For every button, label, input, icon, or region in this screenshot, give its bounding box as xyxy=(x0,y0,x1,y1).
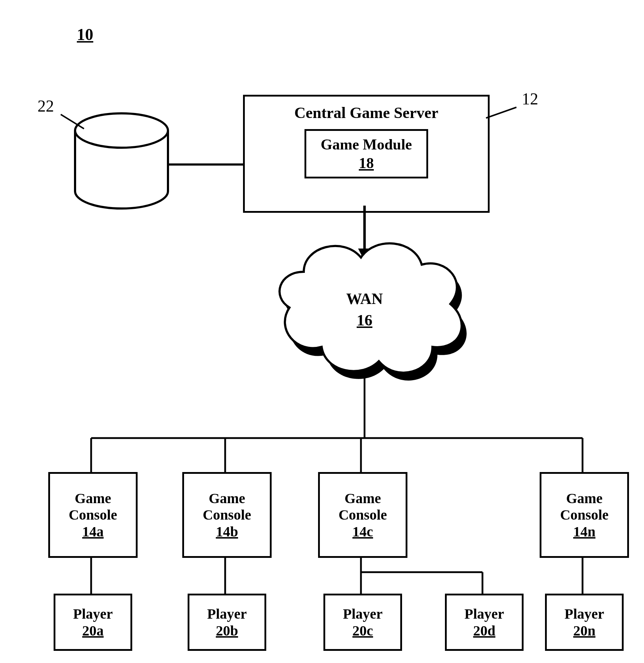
player-n-name: Player xyxy=(564,605,604,622)
player-a-name: Player xyxy=(73,605,113,622)
console-c-ref: 14c xyxy=(352,523,373,540)
console-a-ref: 14a xyxy=(82,523,104,540)
player-a-ref: 20a xyxy=(82,622,104,639)
server-title: Central Game Server xyxy=(294,104,438,122)
module-ref: 18 xyxy=(321,154,412,172)
console-b-ref: 14b xyxy=(216,523,238,540)
console-c: Game Console 14c xyxy=(318,472,407,558)
ref-db: 22 xyxy=(38,97,54,116)
game-module-box: Game Module 18 xyxy=(304,129,428,178)
player-d: Player 20d xyxy=(445,594,524,651)
figure-id: 10 xyxy=(77,25,93,44)
console-a-name: Game Console xyxy=(69,490,117,523)
svg-point-3 xyxy=(75,113,168,148)
player-b-ref: 20b xyxy=(216,622,238,639)
player-a: Player 20a xyxy=(54,594,132,651)
svg-marker-8 xyxy=(358,249,371,261)
svg-rect-0 xyxy=(75,131,168,191)
console-b-name: Game Console xyxy=(203,490,251,523)
diagram-canvas: 10 22 12 Central Game Server Game Module… xyxy=(0,0,644,663)
console-a: Game Console 14a xyxy=(48,472,138,558)
svg-line-4 xyxy=(61,114,84,129)
wan-ref: 16 xyxy=(343,311,386,329)
ref-server: 12 xyxy=(522,89,538,108)
console-n: Game Console 14n xyxy=(540,472,629,558)
console-b: Game Console 14b xyxy=(182,472,272,558)
player-b: Player 20b xyxy=(188,594,266,651)
player-b-name: Player xyxy=(207,605,247,622)
player-d-ref: 20d xyxy=(473,622,495,639)
console-n-ref: 14n xyxy=(573,523,595,540)
player-n: Player 20n xyxy=(545,594,624,651)
player-d-name: Player xyxy=(464,605,504,622)
central-game-server-box: Central Game Server Game Module 18 xyxy=(243,95,490,213)
player-c-ref: 20c xyxy=(352,622,373,639)
player-c: Player 20c xyxy=(323,594,402,651)
player-c-name: Player xyxy=(343,605,382,622)
console-n-name: Game Console xyxy=(560,490,609,523)
wan-name: WAN xyxy=(343,290,386,308)
console-c-name: Game Console xyxy=(338,490,387,523)
svg-line-6 xyxy=(486,107,516,118)
module-name: Game Module xyxy=(321,136,412,153)
player-n-ref: 20n xyxy=(573,622,595,639)
